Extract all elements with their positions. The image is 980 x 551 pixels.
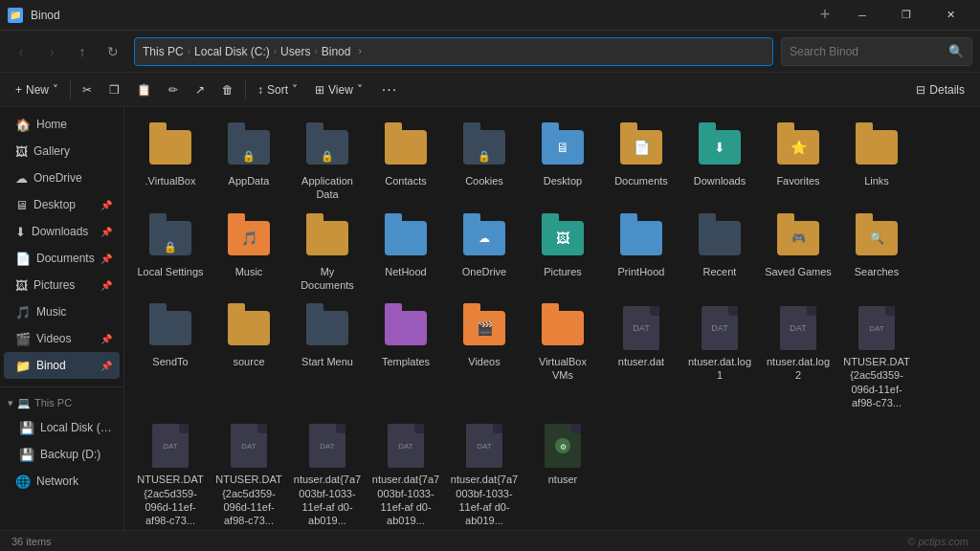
folder-onedrive[interactable]: ☁ OneDrive — [446, 209, 523, 298]
folder-documents[interactable]: 📄 Documents — [603, 119, 679, 208]
file-ntuser-dat-5[interactable]: DAT ntuser.dat{7a7003bf-1033-11ef-af d0-… — [368, 417, 444, 530]
file-ntuser-ini[interactable]: ⚙ ntuser — [524, 417, 601, 530]
file-ntuser-log1[interactable]: DAT ntuser.dat.log1 — [681, 299, 758, 415]
breadcrumb-localc[interactable]: Local Disk (C:) — [194, 45, 270, 58]
share-button[interactable]: ↗ — [188, 77, 212, 102]
sidebar-item-documents[interactable]: 📄 Documents 📌 — [4, 245, 120, 272]
folder-desktop[interactable]: 🖥 Desktop — [524, 119, 601, 208]
breadcrumb-binod[interactable]: Binod — [322, 45, 351, 58]
folder-music[interactable]: 🎵 Music — [211, 209, 287, 298]
view-button[interactable]: ⊞ View ˅ — [307, 77, 370, 102]
more-button[interactable]: ··· — [376, 81, 403, 99]
folder-icon-cookies: 🔒 — [461, 124, 507, 170]
new-tab-button[interactable]: + — [810, 0, 840, 31]
breadcrumb-thispc[interactable]: This PC — [143, 45, 184, 58]
close-button[interactable]: ✕ — [928, 0, 972, 31]
folder-printhood[interactable]: PrintHood — [603, 209, 679, 298]
thispc-icon: 💻 — [17, 397, 31, 409]
folder-source[interactable]: source — [211, 299, 287, 415]
file-ntuser-dat-3[interactable]: DAT NTUSER.DAT{2ac5d359-096d-11ef-af98-c… — [211, 417, 287, 530]
folder-virtualbox[interactable]: .VirtualBox — [132, 119, 209, 208]
file-content: .VirtualBox 🔒 AppData 🔒 Application Data — [124, 107, 980, 530]
cmd-separator-2 — [245, 80, 246, 99]
sidebar-item-videos[interactable]: 🎬 Videos 📌 — [4, 325, 120, 352]
file-label-ntuser-dat-1: NTUSER.DAT{2ac5d359-096d-11ef-af98-c73..… — [842, 355, 911, 409]
sidebar-item-network[interactable]: 🌐 Network — [4, 468, 120, 495]
file-ntuser-dat-2[interactable]: DAT NTUSER.DAT{2ac5d359-096d-11ef-af98-c… — [132, 417, 209, 530]
breadcrumb-sep-1: › — [188, 46, 190, 56]
sidebar-item-binod[interactable]: 📁 Binod 📌 — [4, 352, 120, 379]
folder-savedgames[interactable]: 🎮 Saved Games — [760, 209, 836, 298]
sidebar-label-documents: Documents — [36, 252, 95, 265]
downloads-icon: ⬇ — [15, 225, 26, 239]
folder-searches[interactable]: 🔍 Searches — [838, 209, 915, 298]
file-ntuser-dat-6[interactable]: DAT ntuser.dat{7a7003bf-1033-11ef-af d0-… — [446, 417, 523, 530]
file-ntuser-dat[interactable]: DAT ntuser.dat — [603, 299, 679, 415]
folder-appdata[interactable]: 🔒 AppData — [211, 119, 287, 208]
sidebar: 🏠 Home 🖼 Gallery ☁ OneDrive 🖥 Desktop 📌 … — [0, 107, 124, 530]
sidebar-item-localc[interactable]: 💾 Local Disk (C:) — [4, 414, 120, 441]
sidebar-item-home[interactable]: 🏠 Home — [4, 111, 120, 138]
search-bar[interactable]: 🔍 — [781, 37, 972, 66]
paste-button[interactable]: 📋 — [129, 77, 159, 102]
folder-pictures[interactable]: 🖼 Pictures — [524, 209, 601, 298]
details-button[interactable]: ⊟ Details — [908, 77, 972, 102]
forward-button[interactable]: › — [38, 38, 65, 65]
sort-button[interactable]: ↕ Sort ˅ — [250, 77, 305, 102]
back-button[interactable]: ‹ — [8, 38, 34, 65]
file-ntuser-log2[interactable]: DAT ntuser.dat.log2 — [760, 299, 836, 415]
folder-recent[interactable]: Recent — [681, 209, 758, 298]
sidebar-item-pictures[interactable]: 🖼 Pictures 📌 — [4, 272, 120, 298]
folder-appdata2[interactable]: 🔒 Application Data — [289, 119, 366, 208]
sidebar-item-music[interactable]: 🎵 Music — [4, 298, 120, 325]
folder-mydocs[interactable]: My Documents — [289, 209, 366, 298]
breadcrumb-sep-3: › — [314, 46, 317, 56]
folder-localsettings[interactable]: 🔒 Local Settings — [132, 209, 209, 298]
search-input[interactable] — [790, 45, 945, 58]
svg-text:⚙: ⚙ — [560, 443, 567, 452]
window-controls: ─ ❐ ✕ — [840, 0, 972, 31]
sidebar-group-thispc[interactable]: ▾ 💻 This PC — [0, 391, 123, 414]
folder-label-music: Music — [235, 265, 263, 278]
rename-button[interactable]: ✏ — [161, 77, 186, 102]
folder-cookies[interactable]: 🔒 Cookies — [446, 119, 523, 208]
folder-icon-downloads: ⬇ — [697, 124, 743, 170]
sort-icon: ↕ — [257, 83, 263, 97]
folder-nethood[interactable]: NetHood — [368, 209, 444, 298]
sidebar-label-gallery: Gallery — [33, 144, 112, 158]
folder-templates[interactable]: Templates — [368, 299, 444, 415]
cut-button[interactable]: ✂ — [75, 77, 100, 102]
copy-button[interactable]: ❐ — [101, 77, 127, 102]
file-ntuser-dat-4[interactable]: DAT ntuser.dat{7a7003bf-1033-11ef-af d0-… — [289, 417, 366, 530]
new-chevron: ˅ — [53, 83, 58, 97]
folder-favorites[interactable]: ⭐ Favorites — [760, 119, 836, 208]
sidebar-item-desktop[interactable]: 🖥 Desktop 📌 — [4, 191, 120, 218]
up-button[interactable]: ↑ — [69, 38, 96, 65]
folder-contacts[interactable]: Contacts — [368, 119, 444, 208]
gallery-icon: 🖼 — [15, 144, 28, 159]
pictures-icon: 🖼 — [15, 278, 28, 293]
minimize-button[interactable]: ─ — [840, 0, 884, 31]
sidebar-item-backupd[interactable]: 💾 Backup (D:) — [4, 441, 120, 468]
music-icon: 🎵 — [15, 305, 31, 320]
folder-links[interactable]: Links — [838, 119, 915, 208]
folder-startmenu[interactable]: Start Menu — [289, 299, 366, 415]
maximize-button[interactable]: ❐ — [884, 0, 928, 31]
delete-button[interactable]: 🗑 — [214, 77, 241, 102]
folder-label-documents: Documents — [614, 174, 668, 187]
view-icon: ⊞ — [315, 83, 324, 97]
new-label: New — [26, 83, 49, 97]
sidebar-item-onedrive[interactable]: ☁ OneDrive — [4, 165, 120, 191]
folder-downloads[interactable]: ⬇ Downloads — [681, 119, 758, 208]
folder-sendto[interactable]: SendTo — [132, 299, 209, 415]
new-button[interactable]: + New ˅ — [8, 77, 66, 102]
sidebar-item-downloads[interactable]: ⬇ Downloads 📌 — [4, 218, 120, 245]
address-bar[interactable]: This PC › Local Disk (C:) › Users › Bino… — [134, 37, 773, 66]
file-ntuser-dat-1[interactable]: DAT NTUSER.DAT{2ac5d359-096d-11ef-af98-c… — [838, 299, 915, 415]
refresh-button[interactable]: ↻ — [100, 38, 126, 65]
breadcrumb-users[interactable]: Users — [280, 45, 310, 58]
sidebar-item-gallery[interactable]: 🖼 Gallery — [4, 138, 120, 165]
folder-videos[interactable]: 🎬 Videos — [446, 299, 523, 415]
folder-vboxvms[interactable]: VirtualBox VMs — [524, 299, 601, 415]
folder-icon-sendto — [147, 305, 193, 351]
